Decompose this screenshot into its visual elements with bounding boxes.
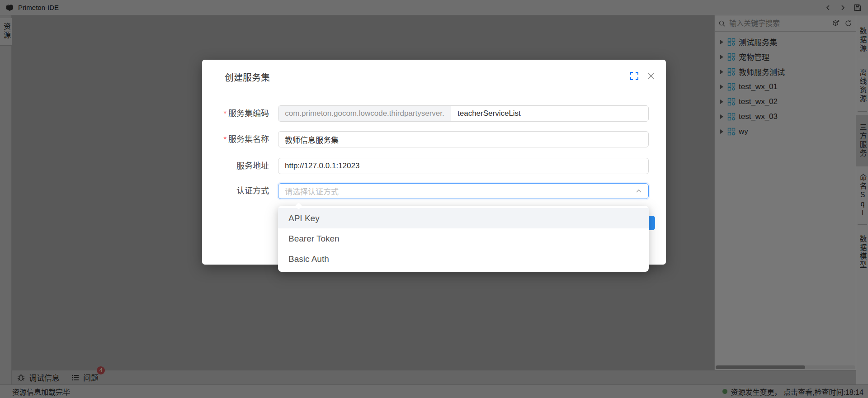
code-prefix-addon: com.primeton.gocom.lowcode.thirdpartyser… xyxy=(278,106,451,121)
address-input[interactable] xyxy=(278,158,649,174)
code-input-group: com.primeton.gocom.lowcode.thirdpartyser… xyxy=(278,105,649,122)
dropdown-option-bearer-token[interactable]: Bearer Token xyxy=(278,228,649,249)
fullscreen-icon[interactable] xyxy=(630,71,639,81)
code-input[interactable] xyxy=(451,106,648,121)
modal-title: 创建服务集 xyxy=(225,71,270,84)
close-icon[interactable] xyxy=(647,72,655,80)
chevron-up-icon xyxy=(636,188,642,194)
name-input[interactable] xyxy=(278,131,649,147)
auth-method-dropdown: API Key Bearer Token Basic Auth xyxy=(278,206,649,272)
dropdown-option-basic-auth[interactable]: Basic Auth xyxy=(278,249,649,269)
required-mark: * xyxy=(223,109,226,118)
dropdown-option-api-key[interactable]: API Key xyxy=(278,208,649,228)
field-label-code: *服务集编码 xyxy=(202,105,269,122)
field-label-address: 服务地址 xyxy=(202,158,269,174)
auth-select-placeholder: 请选择认证方式 xyxy=(285,185,636,197)
auth-method-select[interactable]: 请选择认证方式 xyxy=(278,183,649,199)
required-mark: * xyxy=(223,135,226,144)
field-label-auth: 认证方式 xyxy=(202,183,269,199)
field-label-name: *服务集名称 xyxy=(202,131,269,148)
